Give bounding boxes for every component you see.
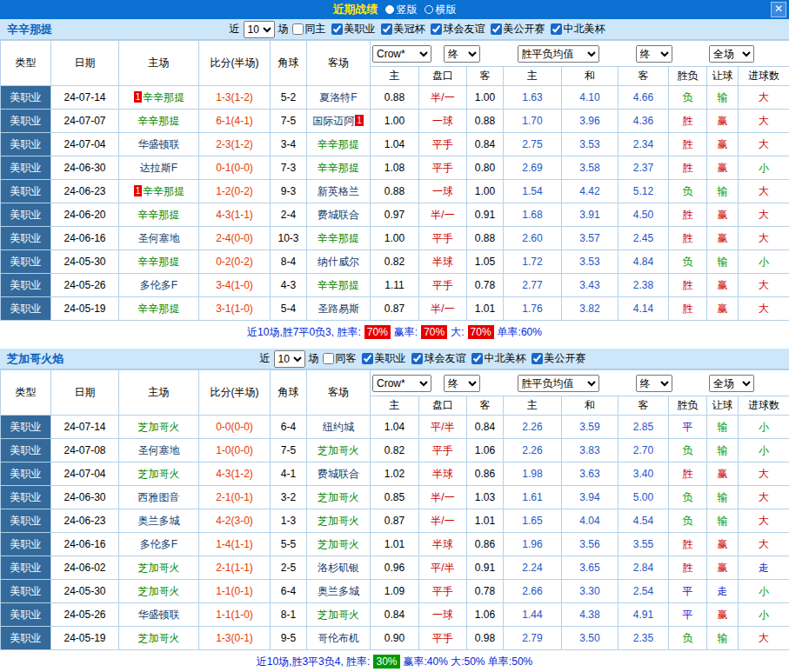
away-team-cell[interactable]: 芝加哥火 [307, 486, 371, 509]
league-filter-checkbox[interactable] [551, 23, 562, 35]
home-team-cell[interactable]: 芝加哥火 [119, 462, 199, 486]
league-filter-checkbox[interactable] [381, 23, 392, 35]
result-cell: 胜 [669, 462, 707, 486]
league-filter[interactable]: 美冠杯 [381, 22, 425, 37]
league-filter[interactable]: 球会友谊 [411, 351, 466, 366]
home-team-cell[interactable]: 1辛辛那提 [119, 180, 199, 203]
home-team-cell[interactable]: 1辛辛那提 [119, 86, 199, 110]
home-team-cell[interactable]: 奥兰多城 [119, 509, 199, 533]
away-team-name: 夏洛特F [319, 91, 357, 103]
match-row: 美职业24-07-08圣何塞地1-0(0-0)7-5芝加哥火0.82平手1.06… [1, 439, 789, 462]
home-team-cell[interactable]: 达拉斯F [119, 156, 199, 180]
away-team-cell[interactable]: 芝加哥火 [307, 603, 371, 627]
goals-result-cell: 大 [739, 509, 789, 533]
away-team-cell[interactable]: 纳什威尔 [307, 250, 371, 274]
league-filter-checkbox[interactable] [471, 353, 483, 364]
home-team-cell[interactable]: 圣何塞地 [119, 227, 199, 250]
match-count-select[interactable]: 10 [274, 350, 305, 368]
team-section-chicago-fire: 芝加哥火焰 近 10 场 同客美职业球会友谊中北美杯美公开赛 类型 日期 主场 … [0, 349, 789, 672]
away-team-cell[interactable]: 费城联合 [307, 203, 371, 227]
league-filter[interactable]: 中北美杯 [471, 351, 526, 366]
ah-home-odds-cell: 0.96 [371, 556, 419, 580]
ah-away-odds-cell: 0.78 [467, 580, 504, 603]
team-name[interactable]: 辛辛那提 [7, 22, 52, 37]
odds-type-select[interactable]: 胜平负均值 [518, 375, 599, 392]
close-icon[interactable]: ✕ [771, 2, 786, 17]
bookmaker-select[interactable]: Crow* [372, 375, 431, 392]
ah-away-odds-cell: 1.03 [467, 486, 504, 509]
layout-radio-vertical[interactable]: 竖版 [385, 3, 418, 17]
team-name[interactable]: 芝加哥火焰 [7, 351, 64, 367]
away-team-cell[interactable]: 国际迈阿1 [307, 110, 371, 133]
home-team-cell[interactable]: 辛辛那提 [119, 110, 199, 133]
away-team-cell[interactable]: 辛辛那提 [307, 156, 371, 180]
ah-home-odds-cell: 1.01 [371, 533, 419, 556]
league-filter[interactable]: 美职业 [331, 22, 376, 37]
league-filter[interactable]: 球会友谊 [431, 22, 485, 37]
games-label: 场 [309, 351, 319, 366]
home-team-cell[interactable]: 西雅图音 [119, 486, 199, 509]
away-team-cell[interactable]: 纽约城 [307, 416, 371, 439]
home-team-cell[interactable]: 辛辛那提 [119, 203, 199, 227]
home-team-cell[interactable]: 辛辛那提 [119, 297, 199, 321]
goals-result-cell: 大 [739, 274, 789, 297]
away-team-cell[interactable]: 辛辛那提 [307, 227, 371, 250]
away-team-cell[interactable]: 圣路易斯 [307, 297, 371, 321]
league-filter-checkbox[interactable] [491, 23, 502, 35]
league-filter-checkbox[interactable] [331, 23, 343, 35]
league-filter-checkbox[interactable] [362, 353, 373, 364]
col-header-eu-home: 主 [504, 67, 562, 86]
away-team-cell[interactable]: 芝加哥火 [307, 533, 371, 556]
league-filter-checkbox[interactable] [532, 353, 543, 364]
league-filter[interactable]: 美公开赛 [491, 22, 545, 37]
eu-period-select[interactable]: 终 [636, 45, 672, 63]
home-team-cell[interactable]: 芝加哥火 [119, 580, 199, 603]
home-team-cell[interactable]: 芝加哥火 [119, 556, 199, 580]
home-team-name: 芝加哥火 [138, 632, 180, 644]
layout-radio-horizontal[interactable]: 横版 [425, 3, 457, 17]
league-filter-checkbox[interactable] [292, 23, 304, 35]
away-team-cell[interactable]: 费城联合 [307, 462, 371, 486]
scope-select[interactable]: 全场 [709, 45, 754, 63]
home-team-cell[interactable]: 圣何塞地 [119, 439, 199, 462]
league-filter[interactable]: 美公开赛 [532, 351, 586, 366]
ah-period-select[interactable]: 终 [444, 45, 480, 63]
league-filter[interactable]: 美职业 [362, 351, 406, 366]
odds-type-select[interactable]: 胜平负均值 [518, 45, 599, 63]
bookmaker-select[interactable]: Crow* [372, 45, 431, 63]
away-team-cell[interactable]: 新英格兰 [307, 180, 371, 203]
rate-badge: 70% [421, 325, 447, 339]
col-header-handicap: 让球 [707, 396, 739, 416]
league-filter[interactable]: 同客 [323, 351, 357, 366]
home-team-cell[interactable]: 芝加哥火 [119, 416, 199, 439]
home-team-cell[interactable]: 多伦多F [119, 533, 199, 556]
away-team-cell[interactable]: 芝加哥火 [307, 439, 371, 462]
away-team-cell[interactable]: 奥兰多城 [307, 580, 371, 603]
league-filter[interactable]: 中北美杯 [551, 22, 605, 37]
home-team-cell[interactable]: 多伦多F [119, 274, 199, 297]
eu-period-select[interactable]: 终 [636, 375, 672, 392]
scope-select[interactable]: 全场 [709, 375, 754, 392]
match-count-select[interactable]: 10 [244, 21, 275, 38]
away-team-cell[interactable]: 辛辛那提 [307, 133, 371, 156]
handicap-result-cell: 赢 [707, 556, 739, 580]
ah-home-odds-cell: 0.85 [371, 486, 419, 509]
home-team-cell[interactable]: 华盛顿联 [119, 133, 199, 156]
away-team-cell[interactable]: 洛杉矶银 [307, 556, 371, 580]
away-team-cell[interactable]: 夏洛特F [307, 86, 371, 110]
home-team-cell[interactable]: 华盛顿联 [119, 603, 199, 627]
league-filter-checkbox[interactable] [431, 23, 442, 35]
ah-away-odds-cell: 0.88 [467, 110, 504, 133]
home-team-cell[interactable]: 辛辛那提 [119, 250, 199, 274]
score-cell: 3-1(1-0) [199, 297, 271, 321]
home-team-cell[interactable]: 芝加哥火 [119, 627, 199, 650]
away-team-cell[interactable]: 哥伦布机 [307, 627, 371, 650]
league-filter-checkbox[interactable] [323, 353, 334, 364]
away-team-cell[interactable]: 辛辛那提 [307, 274, 371, 297]
away-team-cell[interactable]: 芝加哥火 [307, 509, 371, 533]
ah-line-cell: 平手 [419, 580, 467, 603]
summary-text: 赢率: [394, 325, 418, 340]
league-filter[interactable]: 同主 [292, 22, 326, 37]
ah-period-select[interactable]: 终 [444, 375, 480, 392]
league-filter-checkbox[interactable] [411, 353, 423, 364]
